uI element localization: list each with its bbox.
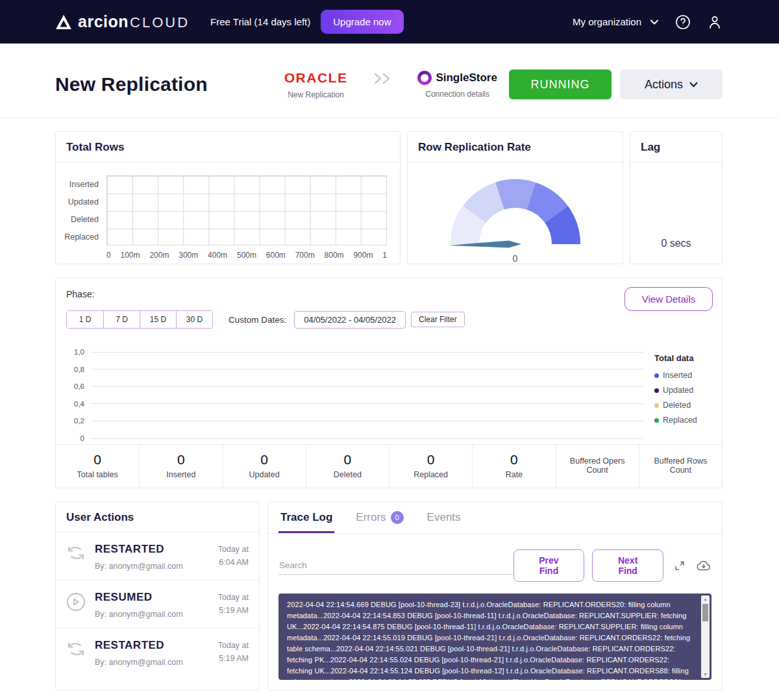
x-tick: 100m [121,251,140,260]
view-details-button[interactable]: View Details [624,287,713,311]
range-button-7d[interactable]: 7 D [103,311,140,328]
x-tick: 900m [353,251,373,260]
category-label: Updated [65,193,106,210]
y-tick: 0,8 [66,366,84,373]
stat-total-tables: 0Total tables [56,445,139,488]
x-tick: 500m [237,251,256,260]
stat-value: 0 [60,452,135,468]
action-time: Today at 5:19 AM [208,639,249,667]
chart-grid [106,175,387,245]
y-tick: 0,6 [66,382,84,390]
brand-suffix: CLOUD [130,14,190,31]
stat-value: 0 [476,452,551,468]
stat-buffered-rows: Buffered Rows Count [639,445,722,488]
page-header: New Replication ORACLE New Replication S… [0,44,779,118]
singlestore-logo-icon [417,71,432,85]
range-button-1d[interactable]: 1 D [67,311,103,328]
stat-value: 0 [143,452,218,468]
tab-errors[interactable]: Errors0 [354,502,405,533]
download-cloud-icon[interactable] [696,559,711,572]
user-actions-title: User Actions [66,511,134,523]
date-range-picker[interactable]: 04/05/2022 - 04/05/2022 [294,311,406,329]
help-icon[interactable] [675,14,691,30]
actions-dropdown-button[interactable]: Actions [620,69,723,99]
lag-title: Lag [641,141,660,153]
log-tabs: Trace Log Errors0 Events [268,502,722,534]
search-input[interactable] [278,556,513,575]
status-running-button[interactable]: RUNNING [509,69,612,99]
total-rows-card: Total Rows Inserted Updated Deleted Repl… [55,131,401,264]
gauge-value: 0 [513,253,518,264]
legend-item: Inserted [654,371,711,380]
legend-dot-deleted [654,403,659,408]
scrollbar-up-arrow[interactable]: ▲ [701,597,710,601]
y-tick: 0,4 [66,400,84,408]
singlestore-logo: SingleStore [436,71,497,84]
profile-icon[interactable] [708,14,722,30]
double-chevron-icon [373,73,393,87]
custom-dates-label: Custom Dates: [229,315,286,325]
tab-events[interactable]: Events [425,502,463,533]
range-button-30d[interactable]: 30 D [176,311,212,328]
connection-details-link[interactable]: Connection details [417,90,497,99]
category-label: Inserted [65,175,106,193]
total-rows-title: Total Rows [66,141,124,153]
stat-label: Inserted [143,470,218,479]
actions-label: Actions [645,78,683,92]
arcion-logo-icon [55,14,72,30]
upgrade-now-button[interactable]: Upgrade now [321,10,403,34]
chevron-down-icon [689,82,698,88]
replication-rate-title: Row Replication Rate [418,141,531,153]
tab-trace-log[interactable]: Trace Log [278,502,334,533]
restart-icon [66,543,95,571]
free-trial-text: Free Trial (14 days left) [210,16,310,27]
top-navbar: arcionCLOUD Free Trial (14 days left) Up… [0,0,779,44]
log-output[interactable]: 2022-04-04 22:14:54.669 DEBUG [pool-10-t… [278,594,711,680]
restart-icon [66,639,95,667]
stats-row: 0Total tables 0Inserted 0Updated 0Delete… [56,444,722,488]
legend-dot-inserted [654,373,659,378]
lag-card: Lag 0 secs [630,131,723,264]
x-tick: 400m [208,251,227,260]
action-name: RESUMED [95,591,208,604]
stat-label: Deleted [310,470,385,479]
stat-label: Updated [227,470,302,479]
y-tick: 0 [66,434,84,442]
organization-dropdown[interactable]: My organization [573,16,658,27]
clear-filter-button[interactable]: Clear Filter [411,312,465,327]
expand-icon[interactable] [674,560,686,571]
phase-line-chart: 1,0 0,8 0,6 0,4 0,2 0 Total data Inserte… [56,329,722,444]
summary-cards-row: Total Rows Inserted Updated Deleted Repl… [55,131,723,264]
log-scrollbar[interactable]: ▲ ▼ [701,595,710,678]
x-axis-ticks: 0 100m 200m 300m 400m 500m 600m 700m 800… [106,251,387,260]
x-tick: 800m [325,251,344,260]
log-text: 2022-04-04 22:14:54.669 DEBUG [pool-10-t… [287,599,693,680]
lag-value: 0 secs [661,238,691,249]
arcion-logo[interactable]: arcionCLOUD [55,12,190,31]
stat-updated: 0Updated [223,445,306,488]
log-scrollbar-thumb[interactable] [702,604,708,621]
category-label: Replaced [65,228,106,245]
next-find-button[interactable]: Next Find [592,549,663,582]
source-sublabel: New Replication [284,90,348,99]
phase-card: View Details Phase: 1 D 7 D 15 D 30 D Cu… [55,277,723,488]
oracle-logo: ORACLE [284,70,348,86]
user-action-row: RESTARTED By: anonym@gmail.com Today at … [56,629,259,676]
legend-dot-replaced [654,418,659,423]
stat-label: Buffered Rows Count [643,456,718,475]
x-tick: 300m [179,251,198,260]
chart-legend: Total data Inserted Updated Deleted Repl… [654,348,711,435]
prev-find-button[interactable]: Prev Find [513,549,585,582]
user-action-row: RESUMED By: anonym@gmail.com Today at 5:… [56,581,259,629]
organization-label: My organization [573,16,641,27]
total-rows-chart: Inserted Updated Deleted Replaced [56,162,400,245]
stat-value: 0 [393,452,468,468]
stat-value: 0 [227,452,302,468]
scrollbar-down-arrow[interactable]: ▼ [701,672,710,677]
range-button-15d[interactable]: 15 D [140,311,176,328]
x-tick: 0 [106,251,111,260]
action-time: Today at 5:19 AM [208,591,249,619]
replication-rate-gauge: 0 [408,162,623,264]
user-actions-card: User Actions RESTARTED By: anonym@gmail.… [55,501,260,691]
legend-label: Inserted [663,371,692,380]
